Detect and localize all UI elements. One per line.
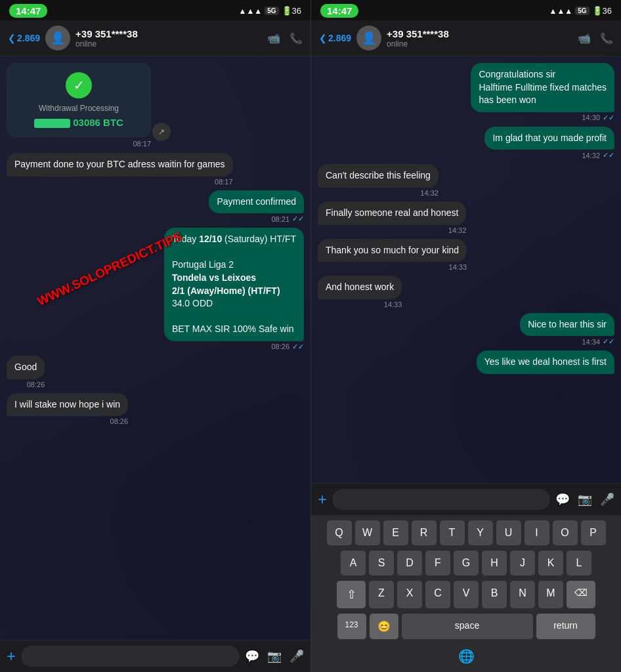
key-w[interactable]: W: [355, 520, 380, 545]
btc-card-container: ✓ Withdrawal Processing 03086 BTC ↗ 08:1…: [7, 63, 151, 148]
key-v[interactable]: V: [454, 581, 479, 608]
msg-meta: 14:32 ✓✓: [484, 151, 614, 159]
btc-card-time: 08:17: [133, 140, 151, 148]
chevron-left-icon: ❮: [8, 33, 16, 43]
btc-card: ✓ Withdrawal Processing 03086 BTC: [7, 63, 151, 137]
camera-icon-left[interactable]: 📷: [267, 649, 282, 663]
msg-text: Today 12/10 (Saturday) HT/FTPortugal Lig…: [172, 234, 296, 334]
msg-time: 14:30: [582, 114, 600, 121]
key-y[interactable]: Y: [468, 520, 493, 545]
check-mark-icon: ✓✓: [603, 337, 614, 346]
msg-time: 14:33: [384, 301, 402, 308]
key-m[interactable]: M: [538, 581, 563, 608]
msg-thank-you: Thank you so much for your kind 14:33: [318, 239, 467, 272]
contact-status-left: online: [75, 39, 262, 49]
msg-time: 08:17: [215, 178, 233, 186]
bubble-deal: Yes like we deal honest is first: [477, 350, 614, 374]
key-shift[interactable]: ⇧: [337, 581, 366, 608]
plus-button-left[interactable]: +: [7, 647, 16, 665]
mic-icon-right[interactable]: 🎤: [600, 492, 614, 507]
right-panel: 14:47 ▲▲▲ 5G 🔋36 ❮ 2.869 👤 +39 351****38…: [310, 0, 621, 672]
bubble-stake: I will stake now hope i win: [7, 393, 128, 417]
mic-icon-left[interactable]: 🎤: [289, 649, 304, 663]
globe-icon[interactable]: 🌐: [458, 648, 475, 664]
msg-text: Good: [14, 362, 37, 372]
sticker-icon-left[interactable]: 💬: [245, 649, 259, 663]
network-badge-right: 5G: [575, 7, 589, 15]
key-r[interactable]: R: [412, 520, 437, 545]
key-d[interactable]: D: [397, 551, 422, 576]
input-bar-right: + 💬 📷 🎤: [311, 483, 621, 515]
call-icon-left[interactable]: 📞: [289, 32, 303, 45]
input-icons-left: 💬 📷 🎤: [245, 649, 304, 663]
key-i[interactable]: I: [525, 520, 549, 545]
msg-time: 08:26: [271, 343, 289, 350]
key-u[interactable]: U: [496, 520, 521, 545]
bubble-payment-done: Payment done to your BTC adress waitin f…: [7, 153, 233, 177]
msg-time: 14:32: [420, 189, 439, 197]
key-j[interactable]: J: [510, 551, 535, 576]
contact-info-left: +39 351****38 online: [75, 28, 262, 49]
key-x[interactable]: X: [397, 581, 422, 608]
key-e[interactable]: E: [383, 520, 408, 545]
call-icon-right[interactable]: 📞: [600, 32, 613, 45]
msg-time: 08:26: [110, 417, 129, 425]
chevron-left-icon-right: ❮: [319, 33, 327, 43]
key-a[interactable]: A: [341, 551, 366, 576]
bubble-payment-confirmed: Payment confirmed: [209, 190, 304, 214]
msg-meta: 08:17: [7, 178, 233, 186]
key-emoji[interactable]: 😊: [370, 614, 398, 639]
chat-header-left: ❮ 2.869 👤 +39 351****38 online 📹 📞: [0, 20, 310, 56]
bubble-thank-you: Thank you so much for your kind: [318, 239, 467, 262]
msg-text: Thank you so much for your kind: [326, 245, 459, 255]
camera-icon-right[interactable]: 📷: [578, 492, 592, 507]
text-input-right[interactable]: [332, 489, 550, 510]
key-f[interactable]: F: [425, 551, 450, 576]
msg-honest-work: And honest work 14:33: [318, 276, 402, 308]
video-icon-left[interactable]: 📹: [267, 32, 280, 45]
keyboard-bottom-row: 🌐: [314, 644, 618, 667]
share-button[interactable]: ↗: [152, 123, 171, 141]
status-icons-left: ▲▲▲ 5G 🔋36: [239, 6, 301, 16]
key-p[interactable]: P: [581, 520, 606, 545]
back-button-left[interactable]: ❮ 2.869: [8, 33, 40, 43]
key-g[interactable]: G: [454, 551, 479, 576]
key-q[interactable]: Q: [327, 520, 352, 545]
key-return[interactable]: return: [536, 614, 595, 639]
key-delete[interactable]: ⌫: [567, 581, 595, 608]
msg-meta: 14:33: [318, 263, 467, 271]
plus-button-right[interactable]: +: [318, 490, 327, 509]
sticker-icon-right[interactable]: 💬: [555, 492, 570, 507]
msg-meta: 08:26: [7, 417, 128, 425]
video-icon-right[interactable]: 📹: [578, 32, 591, 45]
msg-finally: Finally someone real and honest 14:32: [318, 201, 466, 234]
key-c[interactable]: C: [425, 581, 450, 608]
key-k[interactable]: K: [538, 551, 563, 576]
input-bar-left: + 💬 📷 🎤: [0, 640, 310, 672]
msg-text: Congratulations sirHalftime Fulltime fix…: [479, 69, 607, 105]
key-s[interactable]: S: [369, 551, 394, 576]
key-b[interactable]: B: [482, 581, 507, 608]
bubble-nice-hear: Nice to hear this sir: [520, 313, 614, 337]
key-z[interactable]: Z: [369, 581, 394, 608]
text-input-left[interactable]: [21, 646, 240, 667]
msg-meta: 14:32: [318, 226, 466, 234]
msg-congratulations: Congratulations sirHalftime Fulltime fix…: [471, 63, 614, 122]
key-numbers[interactable]: 123: [337, 614, 366, 639]
back-button-right[interactable]: ❮ 2.869: [319, 33, 351, 43]
msg-match-info: Today 12/10 (Saturday) HT/FTPortugal Lig…: [164, 228, 304, 351]
header-icons-left: 📹 📞: [267, 32, 303, 45]
key-t[interactable]: T: [440, 520, 465, 545]
key-n[interactable]: N: [510, 581, 535, 608]
key-o[interactable]: O: [553, 520, 578, 545]
msg-text: Can't describe this feeling: [326, 170, 431, 180]
msg-time: 14:33: [449, 263, 467, 271]
msg-time: 08:21: [271, 215, 289, 223]
msg-deal: Yes like we deal honest is first: [477, 350, 614, 374]
key-space[interactable]: space: [402, 614, 533, 639]
key-l[interactable]: L: [567, 551, 591, 576]
check-mark-icon: ✓✓: [603, 151, 614, 159]
status-time-right: 14:47: [320, 4, 358, 18]
key-h[interactable]: H: [482, 551, 507, 576]
battery-icon-right: 🔋36: [592, 6, 612, 16]
